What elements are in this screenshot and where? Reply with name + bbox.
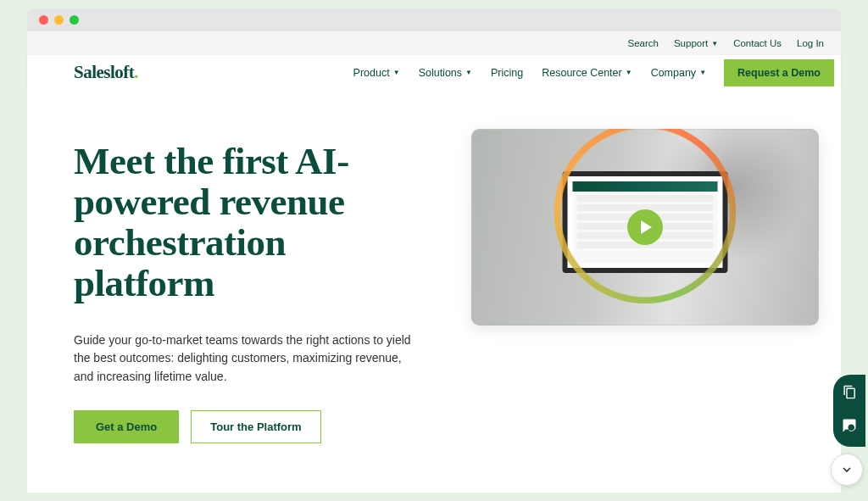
caret-down-icon: ▼	[711, 40, 718, 47]
floating-widget	[831, 375, 868, 486]
play-button[interactable]	[627, 209, 663, 245]
hero-headline: Meet the first AI-powered revenue orches…	[74, 141, 421, 304]
get-demo-button[interactable]: Get a Demo	[74, 410, 179, 443]
document-icon[interactable]	[843, 385, 857, 403]
nav-resource-label: Resource Center	[542, 67, 622, 79]
cta-row: Get a Demo Tour the Platform	[74, 410, 841, 443]
search-link[interactable]: Search	[627, 38, 658, 48]
window-minimize-dot[interactable]	[54, 15, 64, 25]
window-close-dot[interactable]	[39, 15, 48, 25]
nav-product-label: Product	[353, 67, 390, 79]
hero-section: Meet the first AI-powered revenue orches…	[27, 90, 841, 493]
widget-pill	[833, 375, 865, 447]
logo[interactable]: Salesloft.	[74, 62, 138, 83]
nav-pricing[interactable]: Pricing	[481, 67, 532, 79]
support-label: Support	[674, 38, 708, 48]
request-demo-button[interactable]: Request a Demo	[724, 59, 834, 86]
logo-text: Salesloft	[74, 62, 134, 82]
nav-resource-center[interactable]: Resource Center ▼	[532, 67, 641, 79]
nav-solutions[interactable]: Solutions ▼	[409, 67, 481, 79]
caret-down-icon: ▼	[626, 69, 632, 76]
nav-solutions-label: Solutions	[419, 67, 462, 79]
caret-down-icon: ▼	[465, 69, 472, 76]
nav-company[interactable]: Company ▼	[642, 67, 715, 79]
chevron-down-icon	[840, 463, 854, 476]
login-link[interactable]: Log In	[797, 38, 824, 48]
contact-link[interactable]: Contact Us	[733, 38, 782, 48]
window-maximize-dot[interactable]	[70, 15, 79, 25]
play-icon	[641, 220, 652, 234]
tour-platform-button[interactable]: Tour the Platform	[191, 410, 320, 443]
nav-company-label: Company	[651, 67, 697, 79]
caret-down-icon: ▼	[699, 69, 706, 76]
scroll-down-button[interactable]	[831, 454, 863, 486]
support-link[interactable]: Support ▼	[674, 38, 718, 48]
hero-video-thumbnail[interactable]	[471, 129, 819, 326]
nav-product[interactable]: Product ▼	[344, 67, 409, 79]
chat-icon[interactable]	[842, 418, 857, 437]
logo-dot: .	[134, 62, 138, 82]
browser-chrome	[27, 8, 841, 31]
caret-down-icon: ▼	[393, 69, 400, 76]
utility-nav: Search Support ▼ Contact Us Log In	[27, 31, 841, 55]
main-nav: Salesloft. Product ▼ Solutions ▼ Pricing…	[27, 55, 841, 90]
hero-subtext: Guide your go-to-market teams towards th…	[74, 331, 413, 387]
